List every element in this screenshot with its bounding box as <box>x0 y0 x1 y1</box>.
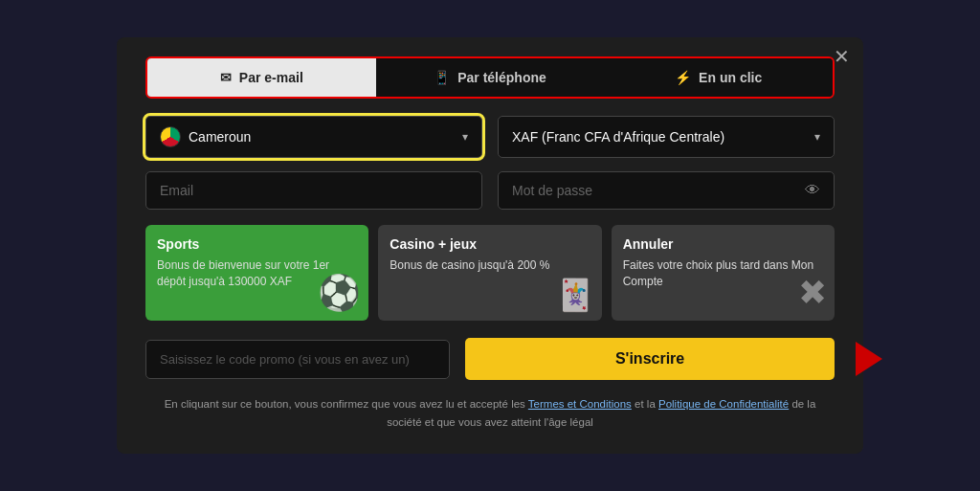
tab-oneclick[interactable]: ⚡ En un clic <box>604 58 833 97</box>
tab-phone[interactable]: 📱 Par téléphone <box>376 58 605 97</box>
privacy-link[interactable]: Politique de Confidentialité <box>658 398 789 410</box>
selects-row: Cameroun ▾ XAF (Franc CFA d'Afrique Cent… <box>145 116 835 158</box>
cancel-bonus-card[interactable]: Annuler Faites votre choix plus tard dan… <box>612 225 835 321</box>
eye-icon[interactable]: 👁 <box>805 182 820 199</box>
action-row: S'inscrire <box>145 338 835 380</box>
casino-card-text: Bonus de casino jusqu'à 200 % <box>390 257 590 274</box>
registration-modal: ✕ ✉ Par e-mail 📱 Par téléphone ⚡ En un c… <box>117 37 863 454</box>
bonus-cards-row: Sports Bonus de bienvenue sur votre 1er … <box>145 225 835 321</box>
promo-input[interactable] <box>145 340 450 379</box>
password-input[interactable] <box>512 183 805 198</box>
annuler-card-title: Annuler <box>623 236 823 252</box>
sports-bonus-card[interactable]: Sports Bonus de bienvenue sur votre 1er … <box>145 225 368 321</box>
soccer-ball-icon: ⚽ <box>318 273 361 313</box>
country-label: Cameroun <box>189 129 251 145</box>
currency-label: XAF (Franc CFA d'Afrique Centrale) <box>512 129 724 145</box>
close-button[interactable]: ✕ <box>834 47 850 66</box>
footer-text: En cliquant sur ce bouton, vous confirme… <box>145 395 835 431</box>
annuler-card-text: Faites votre choix plus tard dans Mon Co… <box>623 257 823 290</box>
credentials-row: 👁 <box>145 171 835 210</box>
country-chevron: ▾ <box>462 130 468 144</box>
tab-email[interactable]: ✉ Par e-mail <box>147 58 376 97</box>
email-icon: ✉ <box>220 70 232 85</box>
sports-card-title: Sports <box>157 236 357 252</box>
casino-bonus-card[interactable]: Casino + jeux Bonus de casino jusqu'à 20… <box>378 225 601 321</box>
terms-link[interactable]: Termes et Conditions <box>528 398 632 410</box>
password-field-wrapper: 👁 <box>498 171 835 210</box>
currency-select[interactable]: XAF (Franc CFA d'Afrique Centrale) ▾ <box>498 116 835 158</box>
tab-container: ✉ Par e-mail 📱 Par téléphone ⚡ En un cli… <box>145 56 835 99</box>
cards-icon: 🃏 <box>556 277 594 313</box>
lightning-icon: ⚡ <box>675 70 691 85</box>
cameroon-flag <box>160 126 181 147</box>
email-input[interactable] <box>160 183 468 198</box>
arrow-right-icon <box>856 342 882 376</box>
currency-chevron: ▾ <box>814 130 820 144</box>
email-field-wrapper <box>145 171 482 210</box>
phone-icon: 📱 <box>434 70 450 85</box>
country-select[interactable]: Cameroun ▾ <box>145 116 482 158</box>
casino-card-title: Casino + jeux <box>390 236 590 252</box>
x-icon: ✖ <box>798 273 827 313</box>
register-button[interactable]: S'inscrire <box>465 338 835 380</box>
